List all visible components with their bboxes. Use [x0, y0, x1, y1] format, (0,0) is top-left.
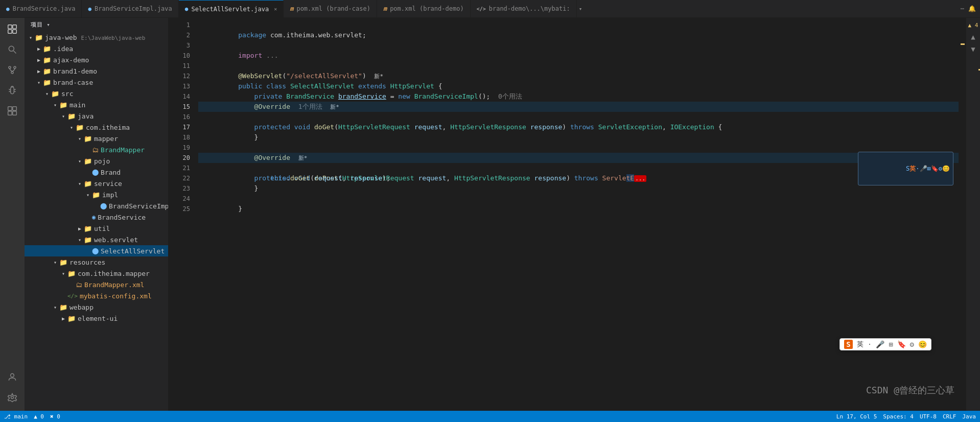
tree-arrow-java: ▾ [59, 112, 67, 120]
right-bar-down-icon[interactable]: ▼ [971, 45, 975, 53]
code-line-13: private BrandService brandService = new … [198, 81, 959, 91]
tab-selectallservlet[interactable]: ● SelectAllServlet.java ✕ [179, 0, 284, 18]
tree-item-java[interactable]: ▾ 📁 java [25, 110, 168, 122]
tree-item-webservlet[interactable]: ▾ 📁 web.servlet [25, 234, 168, 245]
status-errors[interactable]: ✖ 0 [50, 413, 60, 420]
code-area[interactable]: package com.itheima.web.servlet; import … [194, 18, 959, 411]
code-line-11: @WebServlet("/selectAllServlet") 新* [198, 61, 959, 71]
ime-bookmark-icon[interactable]: 🔖 [897, 340, 906, 348]
status-branch[interactable]: ⎇ main [4, 413, 28, 420]
right-bar-up-icon[interactable]: ▲ [971, 33, 975, 41]
tab-more-icon[interactable]: ⋯ [961, 5, 964, 12]
ln-12: 12 [169, 71, 190, 81]
activity-icon-settings[interactable] [5, 390, 19, 405]
tab-pomxml-branddemo[interactable]: m pom.xml (brand-demo) [377, 0, 471, 18]
tab-bell-icon[interactable]: 🔔 [968, 5, 976, 12]
ime-dot-label[interactable]: · [868, 340, 872, 348]
svg-point-7 [14, 66, 16, 68]
activity-icon-search[interactable] [5, 42, 19, 57]
tree-label-java: java [78, 112, 94, 120]
tab-pomxml-branddemo-label: pom.xml (brand-demo) [390, 5, 464, 12]
tree-item-brand1-demo[interactable]: ▶ 📁 brand1-demo [25, 65, 168, 77]
ime-s-icon: S [844, 340, 852, 349]
tree-icon-brand: ⬤ [92, 169, 99, 176]
tree-label-brand: Brand [101, 169, 121, 176]
tree-item-element-ui[interactable]: ▶ 📁 element-ui [25, 313, 168, 324]
status-crlf[interactable]: CRLF [943, 413, 956, 420]
tree-item-brandserviceimpl-tree[interactable]: ▶ ⬤ BrandServiceImpl [25, 200, 168, 212]
tree-label-idea: .idea [53, 45, 73, 53]
activity-icon-source-control[interactable] [5, 63, 19, 77]
tree-item-ajax-demo[interactable]: ▶ 📁 ajax-demo [25, 54, 168, 65]
tree-item-com-itheima[interactable]: ▾ 📁 com.itheima [25, 122, 168, 133]
tree-arrow-webapp: ▾ [51, 303, 59, 311]
activity-icon-debug[interactable] [5, 83, 19, 98]
tree-icon-pojo: 📁 [84, 157, 92, 165]
ln-23: 23 [169, 183, 190, 194]
tree-item-brand-case[interactable]: ▾ 📁 brand-case [25, 77, 168, 88]
ime-grid-icon[interactable]: ⊞ [889, 340, 893, 348]
activity-icon-account[interactable] [5, 370, 19, 384]
tree-item-com-itheima-mapper[interactable]: ▾ 📁 com.itheima.mapper [25, 268, 168, 279]
tree-icon-brandserviceimpl-tree: ⬤ [100, 202, 107, 209]
tab-bar: ● BrandService.java ● BrandServiceImpl.j… [0, 0, 980, 18]
ime-mic-icon[interactable]: 🎤 [876, 340, 884, 348]
right-bar-warning-icon[interactable]: ▲ 4 [968, 22, 978, 29]
svg-point-4 [9, 46, 14, 51]
tree-item-brandmapper-xml[interactable]: ▶ 🗂 BrandMapper.xml [25, 279, 168, 290]
tab-pomxml-brandcase[interactable]: m pom.xml (brand-case) [284, 0, 377, 18]
tree-item-webapp[interactable]: ▾ 📁 webapp [25, 301, 168, 313]
tree-icon-brand1-demo: 📁 [43, 67, 51, 75]
scroll-gutter [959, 18, 966, 411]
editor-content: 1 2 3 10 11 12 13 14 15 16 17 18 19 20 2… [169, 18, 980, 411]
tab-selectallservlet-icon: ● [185, 6, 189, 12]
tab-brandservice[interactable]: ● BrandService.java [0, 0, 82, 18]
ime-toolbar[interactable]: S 英 · 🎤 ⊞ 🔖 ⚙ 😊 [839, 338, 931, 350]
tree-label-com-itheima: com.itheima [86, 124, 130, 131]
status-spaces[interactable]: Spaces: 4 [883, 413, 914, 420]
activity-icon-extensions[interactable] [5, 104, 19, 118]
tab-overflow-btn[interactable]: ▾ [579, 6, 582, 12]
tree-item-service[interactable]: ▾ 📁 service [25, 178, 168, 189]
tree-item-impl[interactable]: ▾ 📁 impl [25, 189, 168, 200]
tree-arrow-com-itheima-mapper: ▾ [59, 269, 67, 277]
tree-label-java-web: java-web E:\JavaWeb\java-web [45, 34, 145, 41]
ln-16: 16 [169, 112, 190, 122]
tree-item-idea[interactable]: ▶ 📁 .idea [25, 43, 168, 54]
code-line-17: } [198, 122, 959, 132]
tab-brandserviceimpl[interactable]: ● BrandServiceImpl.java [82, 0, 178, 18]
tree-icon-webapp: 📁 [59, 303, 67, 311]
tab-branddemo-mybatis[interactable]: </> brand-demo\...\mybati: [471, 0, 577, 18]
ln-11: 11 [169, 61, 190, 71]
tree-arrow-ajax-demo: ▶ [35, 56, 43, 64]
tree-item-resources[interactable]: ▾ 📁 resources [25, 256, 168, 268]
tree-item-java-web[interactable]: ▾ 📁 java-web E:\JavaWeb\java-web [25, 32, 168, 43]
tree-item-selectallservlet-tree[interactable]: ▶ ⬤ SelectAllServlet [25, 245, 168, 256]
status-ln-col[interactable]: Ln 17, Col 5 [836, 413, 877, 420]
tree-item-main[interactable]: ▾ 📁 main [25, 99, 168, 110]
tree-icon-brand-case: 📁 [43, 79, 51, 86]
ime-eng-label[interactable]: 英 [857, 340, 864, 349]
code-line-15: ▶ protected void doGet(HttpServletReques… [198, 102, 959, 112]
tree-icon-brandmapper-xml: 🗂 [76, 281, 82, 289]
tree-item-src[interactable]: ▾ 📁 src [25, 88, 168, 99]
tree-item-mybatis-config[interactable]: ▶ </> mybatis-config.xml [25, 290, 168, 301]
status-warnings[interactable]: ▲ 0 [34, 413, 44, 420]
status-lang[interactable]: Java [963, 413, 976, 420]
tab-selectallservlet-close[interactable]: ✕ [274, 6, 277, 12]
tree-label-brandservice-tree: BrandService [98, 214, 146, 221]
tree-arrow-main: ▾ [51, 101, 59, 109]
tree-item-mapper[interactable]: ▾ 📁 mapper [25, 133, 168, 144]
status-encoding[interactable]: UTF-8 [920, 413, 937, 420]
ime-face-icon[interactable]: 😊 [918, 340, 927, 348]
tree-item-pojo[interactable]: ▾ 📁 pojo [25, 155, 168, 167]
tree-item-brandservice-tree[interactable]: ▶ ◉ BrandService [25, 212, 168, 223]
ime-settings-icon[interactable]: ⚙ [910, 340, 914, 348]
csdn-watermark: CSDN @曾经的三心草 [866, 384, 954, 396]
activity-icon-project[interactable] [5, 22, 19, 36]
tree-item-brand[interactable]: ▶ ⬤ Brand [25, 167, 168, 178]
tree-item-brandmapper[interactable]: ▶ 🗂 BrandMapper [25, 144, 168, 155]
tree-label-mapper: mapper [94, 135, 118, 143]
tree-item-util[interactable]: ▶ 📁 util [25, 223, 168, 234]
tree-arrow-pojo: ▾ [76, 157, 84, 165]
